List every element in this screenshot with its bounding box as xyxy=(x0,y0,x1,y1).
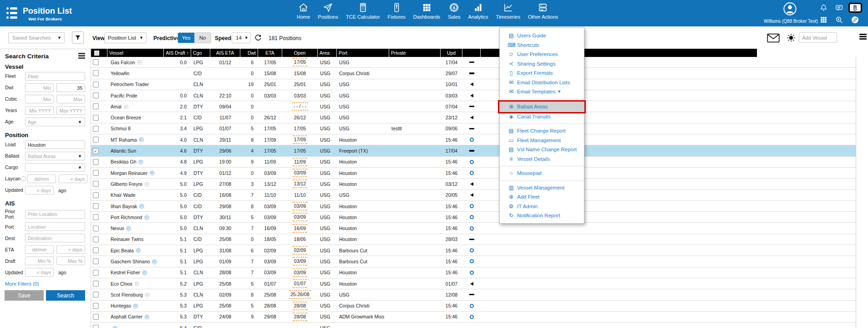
port-input[interactable] xyxy=(25,222,85,231)
row-checkbox[interactable] xyxy=(93,92,99,98)
vessel-name[interactable]: Kestrel Fisher xyxy=(111,270,140,275)
table-row[interactable]: Pacific Pride0.0CLN22:10003/0303/03USGUS… xyxy=(91,90,856,101)
more-filters-link[interactable]: More Filters (0) xyxy=(0,279,91,290)
calculator-grid-icon[interactable] xyxy=(819,15,828,24)
cubic-input[interactable] xyxy=(56,95,85,103)
menu-item-ballast-areas[interactable]: ⊕Ballast Areas xyxy=(500,102,584,112)
row-checkbox[interactable] xyxy=(93,236,99,242)
save-button[interactable]: Save xyxy=(5,290,44,301)
table-row[interactable]: ✓Atlantic Sun4.6DTY29/06417/0517/05USGFr… xyxy=(91,145,856,156)
table-row[interactable]: MT Rahama◎4.0CLN29/11817/0917/09USGHoust… xyxy=(91,134,856,145)
user-profile[interactable]: Williams (Q88 Broker Test) xyxy=(764,2,816,24)
table-row[interactable]: Gas Falcon◎0.0LPG01/12617/0517/05USGUSG1… xyxy=(91,57,856,68)
vessel-name[interactable]: Eco Chios xyxy=(111,281,132,287)
vessel-name[interactable]: Scot Flensburg xyxy=(111,292,143,297)
table-row[interactable]: Ilhan Bayrak◎5.0C/D29/08803/0903/09USGHo… xyxy=(91,201,856,212)
vessel-name[interactable]: Asphalt Carrier xyxy=(111,314,142,319)
header-select-all[interactable] xyxy=(91,49,107,57)
nav-item-analytics[interactable]: Analytics xyxy=(468,2,488,20)
table-row[interactable]: Port Richmond◎5.0DTY30/11503/0903/09USGH… xyxy=(91,212,856,223)
table-row[interactable]: Amal◎2.0DTY09/040- - / - -USGUSG07/04 xyxy=(91,101,856,112)
vessel-name[interactable]: Petrochem Trader xyxy=(111,82,149,87)
saved-searches-select[interactable]: Saved Searches ▼ xyxy=(8,32,65,43)
table-row[interactable]: Besiktas Gh◎4.8LPG19:00911/0911/09USGHou… xyxy=(91,157,856,168)
draft-input[interactable] xyxy=(56,256,85,265)
row-checkbox[interactable] xyxy=(93,292,99,297)
row-checkbox[interactable] xyxy=(93,281,99,287)
menu-item-sharing-settings[interactable]: ≺Sharing Settings xyxy=(500,59,584,69)
laycan-input[interactable] xyxy=(27,174,56,183)
table-row[interactable]: ◎5.4C/DUSG xyxy=(91,323,856,328)
add-vessel-input[interactable] xyxy=(799,32,837,43)
load-input[interactable] xyxy=(25,140,85,149)
dwt-input[interactable] xyxy=(25,83,54,92)
table-row[interactable]: Ocean Breeze2.1C/D11/07026/1226/12USGUSG… xyxy=(91,112,856,123)
updated-ais-input[interactable] xyxy=(25,268,54,277)
table-row[interactable]: Gaschem Shinano◎5.1LPG01/09703/0903/09US… xyxy=(91,256,856,267)
row-checkbox[interactable] xyxy=(93,159,99,165)
table-row[interactable]: Morgan Reinauer◎4.9DTY01/12003/0903/09US… xyxy=(91,168,856,179)
menu-item-email-templates[interactable]: ✉Email Templates▼ xyxy=(500,87,584,97)
column-header-ais-eta[interactable]: AIS ETA xyxy=(210,49,240,57)
table-row[interactable]: Gilberto Freyre◎5.0LPG27/08313/1213/12US… xyxy=(91,179,856,190)
cargo-select[interactable]: ▼ xyxy=(25,163,85,172)
vessel-name[interactable]: Atlantic Sun xyxy=(111,148,136,154)
column-header-cgo[interactable]: Cgo xyxy=(191,49,210,57)
search-button[interactable]: Search xyxy=(46,290,85,301)
predictive-no-button[interactable]: No xyxy=(194,33,211,43)
row-checkbox[interactable] xyxy=(93,214,99,220)
row-checkbox[interactable] xyxy=(93,258,99,264)
menu-item-users-guide[interactable]: ▤Users Guide xyxy=(500,31,584,41)
brightness-sun-icon[interactable] xyxy=(786,33,796,43)
fixtures-toggle-icon[interactable] xyxy=(848,3,862,13)
column-header-port[interactable]: Port xyxy=(337,49,389,57)
row-checkbox[interactable] xyxy=(93,103,99,109)
vessel-name[interactable]: Morgan Reinauer xyxy=(111,170,147,176)
nav-item-tce-calculator[interactable]: TCE Calculator xyxy=(346,2,380,20)
table-row[interactable]: Huntegas◎5.3LPG25/08528/0828/08USGCorpus… xyxy=(91,301,856,312)
menu-item-vsl-name-change-report[interactable]: ▤Vsl Name Change Report xyxy=(500,145,584,154)
table-row[interactable]: Schmui 83.4LPG01/07517/0517/05USGUSGtest… xyxy=(91,123,856,134)
table-row[interactable]: Kestrel Fisher◎5.1CLN28/08703/0903/09USG… xyxy=(91,267,856,278)
table-row[interactable]: YellowfinC/D015/0815/08USGCorpus Christi… xyxy=(91,68,856,79)
vessel-name[interactable]: Huntegas xyxy=(111,303,131,308)
prior-port-input[interactable] xyxy=(25,210,85,219)
menu-item-export-formats[interactable]: ▯Export Formats xyxy=(500,68,584,78)
row-checkbox[interactable] xyxy=(93,82,99,87)
vessel-name[interactable]: Ocean Breeze xyxy=(111,115,141,120)
edit-icon[interactable] xyxy=(851,15,859,24)
column-header-updicon[interactable] xyxy=(462,49,481,57)
vessel-name[interactable]: Besiktas Gh xyxy=(111,159,137,164)
menu-item-it-admin[interactable]: ⚙IT Admin xyxy=(500,202,584,211)
laycan-input[interactable] xyxy=(59,174,87,183)
vessel-name[interactable]: Khair Wade xyxy=(111,192,135,198)
age-select[interactable]: Age▼ xyxy=(25,118,85,126)
column-header-eta[interactable]: ETA xyxy=(258,49,282,57)
draft-input[interactable] xyxy=(25,256,54,265)
table-row[interactable]: Petrochem TraderCLN1925/0125/01USGUSG10/… xyxy=(91,79,856,90)
vessel-name[interactable]: Amal xyxy=(111,104,122,109)
app-logo[interactable]: Position List Wet For Brokers xyxy=(6,4,72,21)
years-input[interactable] xyxy=(25,106,54,115)
row-checkbox[interactable] xyxy=(93,226,99,231)
nav-item-timeseries[interactable]: Timeseries xyxy=(496,2,520,20)
table-row[interactable]: Nexus◎5.0CLN09:30716/0916/09USGHouston15… xyxy=(91,223,856,234)
nav-item-sales[interactable]: $Sales xyxy=(448,2,461,20)
menu-item-notification-report[interactable]: ↻Notification Report xyxy=(500,211,584,220)
eta-input[interactable] xyxy=(56,245,85,254)
row-checkbox[interactable] xyxy=(93,314,99,320)
nav-item-home[interactable]: Home xyxy=(297,2,310,20)
table-row[interactable]: Khair Wade5.0C/D16/08711/1011/10USGUSG20… xyxy=(91,190,856,201)
row-checkbox[interactable] xyxy=(93,325,99,328)
nav-item-other-actions[interactable]: Other Actions xyxy=(528,2,558,20)
row-checkbox[interactable] xyxy=(93,126,99,132)
row-checkbox[interactable] xyxy=(93,137,99,143)
email-icon[interactable] xyxy=(766,33,780,43)
row-checkbox[interactable] xyxy=(93,115,99,121)
row-checkbox[interactable] xyxy=(93,70,99,76)
filter-button[interactable] xyxy=(72,31,84,44)
view-select[interactable]: Position List ▼ xyxy=(104,32,147,43)
vessel-name[interactable]: Pacific Pride xyxy=(111,93,137,98)
row-checkbox[interactable] xyxy=(93,192,99,198)
column-header-dwt[interactable]: Dwt xyxy=(240,49,258,57)
